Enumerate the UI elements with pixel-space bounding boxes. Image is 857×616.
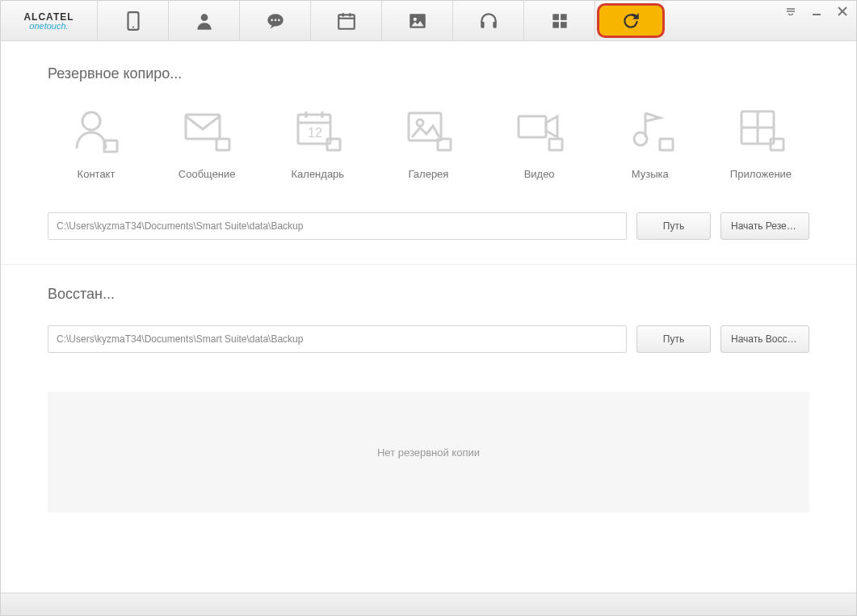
- restore-section: Восстан... Путь Начать Восстан...: [1, 286, 856, 377]
- tab-apps[interactable]: [524, 1, 595, 40]
- calendar-icon: [336, 10, 357, 31]
- svg-point-5: [274, 19, 276, 21]
- restore-path-button[interactable]: Путь: [636, 325, 711, 353]
- tab-music[interactable]: [453, 1, 524, 40]
- tab-phone[interactable]: [98, 1, 169, 40]
- backup-section: Резервное копиро... Контакт Сообщение 12…: [1, 65, 856, 264]
- calendar-large-icon: 12: [292, 105, 343, 157]
- svg-point-2: [200, 14, 208, 21]
- svg-rect-13: [481, 22, 484, 28]
- category-music[interactable]: Музыка: [602, 105, 699, 180]
- category-label: Музыка: [632, 168, 669, 180]
- restore-path-input[interactable]: [48, 325, 627, 353]
- sync-icon: [620, 10, 641, 31]
- tab-backup[interactable]: [597, 3, 665, 38]
- restore-empty-panel: Нет резервной копии: [48, 392, 809, 513]
- status-bar: [1, 593, 856, 615]
- svg-rect-7: [338, 15, 355, 28]
- tab-contacts[interactable]: [169, 1, 240, 40]
- svg-rect-18: [561, 22, 567, 28]
- category-contact[interactable]: Контакт: [48, 105, 145, 180]
- toolbar: ALCATEL onetouch.: [1, 1, 856, 41]
- svg-point-12: [413, 17, 416, 20]
- category-message[interactable]: Сообщение: [158, 105, 255, 180]
- window-controls: [783, 4, 850, 19]
- category-label: Галерея: [409, 168, 449, 180]
- contact-icon: [194, 10, 215, 31]
- svg-rect-16: [561, 14, 567, 20]
- minimize-button[interactable]: [809, 4, 824, 19]
- category-video[interactable]: Видео: [491, 105, 588, 180]
- content-area: Резервное копиро... Контакт Сообщение 12…: [1, 41, 856, 593]
- contact-large-icon: [70, 105, 122, 157]
- svg-rect-24: [186, 115, 220, 139]
- backup-path-row: Путь Начать Резервн...: [48, 212, 809, 240]
- svg-rect-36: [549, 139, 562, 150]
- svg-text:12: 12: [308, 126, 322, 140]
- image-icon: [407, 10, 428, 31]
- section-divider: [1, 264, 856, 265]
- svg-rect-38: [660, 139, 673, 150]
- phone-icon: [123, 10, 144, 31]
- backup-start-button[interactable]: Начать Резервн...: [720, 212, 809, 240]
- category-label: Сообщение: [179, 168, 236, 180]
- logo-line2: onetouch.: [29, 21, 68, 31]
- backup-path-button[interactable]: Путь: [636, 212, 711, 240]
- backup-path-input[interactable]: [48, 212, 627, 240]
- category-label: Контакт: [78, 168, 116, 180]
- backup-categories: Контакт Сообщение 12 Календарь Галерея В…: [48, 105, 809, 180]
- backup-title: Резервное копиро...: [48, 65, 809, 82]
- headphones-icon: [478, 10, 499, 31]
- svg-rect-17: [552, 22, 559, 28]
- category-label: Приложение: [730, 168, 792, 180]
- app-logo: ALCATEL onetouch.: [1, 1, 98, 40]
- options-button[interactable]: [783, 4, 798, 19]
- restore-start-button[interactable]: Начать Восстан...: [720, 325, 809, 353]
- music-large-icon: [624, 105, 676, 157]
- category-label: Видео: [524, 168, 555, 180]
- svg-rect-25: [216, 139, 229, 150]
- message-large-icon: [181, 105, 233, 157]
- close-button[interactable]: [835, 4, 850, 19]
- category-label: Календарь: [292, 168, 345, 180]
- tab-calendar[interactable]: [311, 1, 382, 40]
- svg-point-4: [271, 19, 273, 21]
- tab-messages[interactable]: [240, 1, 311, 40]
- gallery-large-icon: [402, 105, 454, 157]
- svg-rect-15: [552, 14, 559, 20]
- grid-icon: [549, 10, 570, 31]
- category-apps[interactable]: Приложение: [712, 105, 809, 180]
- svg-rect-14: [493, 22, 496, 28]
- restore-empty-message: Нет резервной копии: [377, 446, 480, 459]
- category-gallery[interactable]: Галерея: [380, 105, 477, 180]
- svg-point-22: [82, 112, 100, 130]
- video-large-icon: [514, 105, 565, 157]
- svg-point-33: [417, 119, 423, 126]
- restore-path-row: Путь Начать Восстан...: [48, 325, 809, 353]
- restore-title: Восстан...: [48, 286, 809, 303]
- svg-point-37: [634, 132, 647, 145]
- message-icon: [265, 10, 286, 31]
- tab-gallery[interactable]: [382, 1, 453, 40]
- svg-point-6: [278, 19, 280, 21]
- svg-point-1: [132, 26, 133, 27]
- svg-rect-35: [519, 116, 546, 137]
- apps-large-icon: [735, 105, 787, 157]
- category-calendar[interactable]: 12 Календарь: [269, 105, 366, 180]
